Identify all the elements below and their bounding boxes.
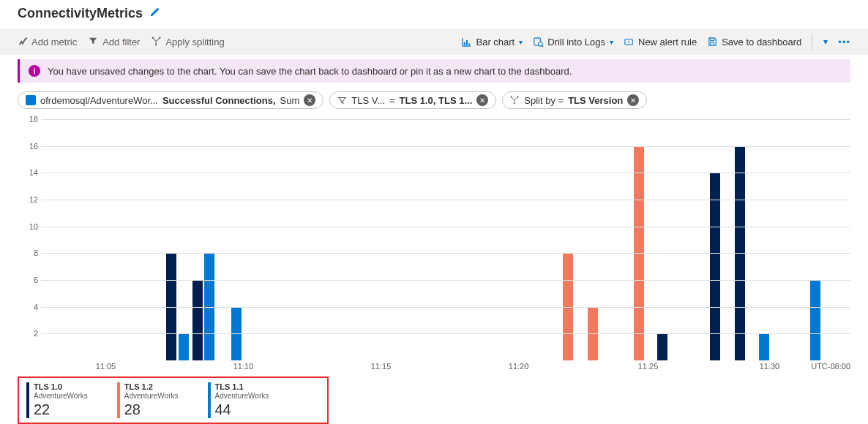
bar-TLS1.0[interactable] (657, 333, 667, 360)
y-tick-label: 8 (18, 249, 38, 257)
split-value: TLS Version (568, 95, 623, 106)
alert-icon (624, 37, 635, 48)
metric-scope: ofrdemosql/AdventureWor... (40, 95, 158, 106)
toolbar-right: Bar chart ▾ Drill into Logs ▾ New alert … (461, 34, 850, 50)
more-icon[interactable]: ••• (838, 37, 850, 48)
page-header: ConnectivityMetrics (0, 0, 868, 29)
grid-line (41, 119, 850, 120)
info-icon: i (29, 65, 40, 77)
grid-line (41, 227, 850, 227)
legend-series-name: TLS 1.1 (215, 382, 269, 392)
x-tick-label: 11:15 (371, 362, 392, 371)
bar-TLS1.0[interactable] (710, 173, 720, 360)
bar-TLS1.1[interactable] (179, 333, 189, 360)
apply-splitting-label: Apply splitting (165, 37, 224, 48)
new-alert-button[interactable]: New alert rule (624, 37, 697, 48)
legend-item[interactable]: TLS 1.2 AdventureWorks 28 (117, 382, 179, 418)
filter-icon (337, 96, 347, 105)
legend-series-name: TLS 1.0 (34, 382, 88, 392)
metric-name: Successful Connections, (162, 95, 276, 106)
legend-text: TLS 1.2 AdventureWorks 28 (124, 382, 179, 418)
chevron-down-icon: ▾ (610, 38, 613, 46)
metric-agg: Sum (280, 95, 300, 106)
y-tick-label: 12 (18, 195, 38, 204)
bar-TLS1.1[interactable] (759, 333, 769, 360)
grid-line (41, 173, 850, 173)
add-metric-icon (18, 37, 28, 47)
edit-title-icon[interactable] (149, 7, 160, 21)
y-tick-label: 6 (18, 276, 38, 284)
chart-type-label: Bar chart (476, 37, 515, 48)
add-filter-button[interactable]: Add filter (89, 37, 140, 48)
chart-plot (41, 119, 850, 360)
legend-highlighted: TLS 1.0 AdventureWorks 22 TLS 1.2 Advent… (18, 376, 329, 424)
drill-logs-label: Drill into Logs (547, 37, 605, 48)
add-metric-button[interactable]: Add metric (18, 37, 77, 48)
legend-series-sub: AdventureWorks (215, 392, 269, 401)
apply-splitting-button[interactable]: Apply splitting (151, 37, 224, 48)
x-tick-label: 11:10 (233, 362, 254, 371)
metric-pill[interactable]: ofrdemosql/AdventureWor... Successful Co… (18, 91, 323, 109)
x-tick-label: 11:25 (638, 362, 659, 371)
filter-value: TLS 1.0, TLS 1... (400, 95, 473, 106)
svg-point-8 (514, 102, 515, 104)
x-tick-label: 11:30 (760, 362, 780, 371)
legend-series-value: 44 (215, 401, 269, 418)
infobar-message: You have unsaved changes to the chart. Y… (48, 66, 572, 77)
legend-color-swatch (117, 382, 120, 418)
grid-line (41, 333, 850, 334)
toolbar-separator (812, 34, 812, 50)
chevron-down-icon[interactable]: ▾ (823, 37, 828, 47)
x-tick-label: 11:20 (509, 362, 529, 371)
legend-series-value: 28 (124, 401, 179, 418)
svg-point-6 (511, 96, 512, 97)
svg-point-4 (539, 42, 543, 46)
new-alert-label: New alert rule (638, 37, 697, 48)
grid-line (41, 253, 850, 254)
legend-text: TLS 1.1 AdventureWorks 44 (215, 382, 269, 418)
save-dashboard-label: Save to dashboard (722, 37, 801, 48)
save-icon (707, 37, 718, 48)
unsaved-changes-infobar: i You have unsaved changes to the chart.… (18, 59, 850, 83)
apply-splitting-icon (151, 37, 162, 47)
grid-line (41, 146, 850, 147)
page-title: ConnectivityMetrics (18, 6, 143, 21)
y-tick-label: 16 (18, 142, 38, 151)
add-filter-icon (89, 37, 99, 47)
split-pill[interactable]: Split by = TLS Version ✕ (502, 91, 647, 109)
y-tick-label: 4 (18, 303, 38, 311)
legend-series-name: TLS 1.2 (124, 382, 179, 392)
legend-color-swatch (26, 382, 29, 418)
close-icon[interactable]: ✕ (627, 94, 639, 106)
legend-item[interactable]: TLS 1.1 AdventureWorks 44 (208, 382, 269, 418)
add-filter-label: Add filter (102, 37, 140, 48)
add-metric-label: Add metric (31, 37, 77, 48)
y-tick-label: 18 (18, 115, 38, 124)
filter-pill[interactable]: TLS V... = TLS 1.0, TLS 1... ✕ (329, 91, 496, 109)
filter-eq: = (389, 95, 395, 106)
bar-TLS1.1[interactable] (810, 280, 820, 360)
toolbar-left: Add metric Add filter Apply splitting (18, 37, 225, 48)
legend-series-sub: AdventureWorks (34, 392, 88, 401)
bar-TLS1.0[interactable] (192, 280, 203, 360)
legend-text: TLS 1.0 AdventureWorks 22 (34, 382, 88, 418)
grid-line (41, 200, 850, 200)
legend-series-value: 22 (34, 401, 88, 418)
chart-type-dropdown[interactable]: Bar chart ▾ (461, 37, 523, 48)
bar-chart-icon (461, 37, 472, 48)
save-dashboard-button[interactable]: Save to dashboard (707, 37, 801, 48)
x-axis: UTC-08:00 11:0511:1011:1511:2011:2511:30 (41, 362, 850, 375)
svg-point-0 (152, 37, 154, 39)
svg-point-1 (160, 37, 161, 39)
split-label: Split by = (524, 95, 564, 106)
close-icon[interactable]: ✕ (304, 94, 315, 106)
y-tick-label: 2 (18, 329, 38, 338)
legend-item[interactable]: TLS 1.0 AdventureWorks 22 (26, 382, 88, 418)
close-icon[interactable]: ✕ (476, 94, 488, 106)
filter-key: TLS V... (351, 95, 385, 106)
grid-line (41, 307, 850, 308)
drill-logs-dropdown[interactable]: Drill into Logs ▾ (533, 37, 613, 48)
y-tick-label: 14 (18, 168, 38, 177)
legend-series-sub: AdventureWorks (124, 392, 179, 401)
x-tick-label: 11:05 (96, 362, 116, 371)
